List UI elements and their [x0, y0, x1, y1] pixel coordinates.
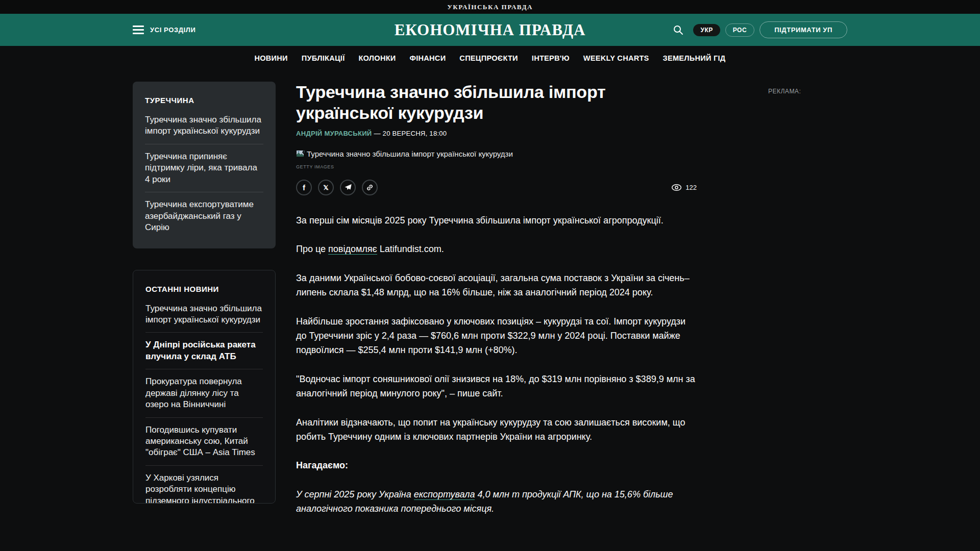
- nav-item-1[interactable]: ПУБЛІКАЦІЇ: [302, 54, 345, 62]
- share-row: f 𝕏: [296, 180, 697, 195]
- image-alt-text: Туреччина значно збільшила імпорт україн…: [307, 149, 513, 158]
- article-paragraph: "Водночас імпорт соняшникової олії знизи…: [296, 372, 697, 401]
- article-title: Туреччина значно збільшила імпорт україн…: [296, 82, 653, 123]
- latest-news-title: ОСТАННІ НОВИНИ: [145, 285, 263, 293]
- search-icon[interactable]: [672, 23, 685, 37]
- eye-icon: [671, 184, 682, 191]
- paragraph-text: "Водночас імпорт соняшникової олії знизи…: [296, 374, 695, 398]
- up-logo[interactable]: УКРАЇНСЬКА ПРАВДА: [447, 3, 533, 11]
- article-image-broken: Туреччина значно збільшила імпорт україн…: [296, 149, 697, 158]
- facebook-share-button[interactable]: f: [296, 180, 312, 195]
- nav-item-7[interactable]: ЗЕМЕЛЬНИЙ ГІД: [663, 54, 726, 62]
- latest-news-card: ОСТАННІ НОВИНИ Туреччина значно збільшил…: [133, 270, 276, 504]
- nav-item-3[interactable]: ФІНАНСИ: [410, 54, 446, 62]
- sidebar-news-link[interactable]: У Дніпрі російська ракета влучила у скла…: [145, 332, 263, 369]
- paragraph-text: За перші сім місяців 2025 року Туреччина…: [296, 215, 664, 226]
- support-up-button[interactable]: ПІДТРИМАТИ УП: [760, 21, 847, 38]
- lang-toggle-ukr[interactable]: УКР: [693, 24, 720, 36]
- byline: АНДРІЙ МУРАВСЬКИЙ — 20 ВЕРЕСНЯ, 18:00: [296, 130, 697, 137]
- hamburger-menu-icon[interactable]: [133, 23, 144, 36]
- article-body: За перші сім місяців 2025 року Туреччина…: [296, 214, 697, 516]
- nav-item-4[interactable]: СПЕЦПРОЄКТИ: [459, 54, 518, 62]
- left-sidebar: ТУРЕЧЧИНА Туреччина значно збільшила імп…: [133, 82, 276, 531]
- paragraph-text: Latifundist.com.: [377, 244, 444, 254]
- paragraph-text: За даними Української бобово-соєвої асоц…: [296, 273, 690, 297]
- article-paragraph: Нагадаємо:: [296, 459, 697, 473]
- publish-date-text: — 20 ВЕРЕСНЯ, 18:00: [374, 130, 447, 137]
- sidebar-news-link[interactable]: Туреччина значно збільшила імпорт україн…: [145, 296, 263, 333]
- ad-label: РЕКЛАМА:: [768, 88, 801, 95]
- sidebar-news-link[interactable]: Погодившись купувати американську сою, К…: [145, 417, 263, 465]
- article-paragraph: Про це повідомляє Latifundist.com.: [296, 242, 697, 257]
- sidebar-news-link[interactable]: У Харкові узялися розробляти концепцію п…: [145, 465, 263, 504]
- paragraph-text: Найбільше зростання зафіксовано у ключов…: [296, 316, 685, 355]
- right-column: РЕКЛАМА:: [768, 82, 801, 531]
- author-link[interactable]: АНДРІЙ МУРАВСЬКИЙ: [296, 130, 372, 137]
- nav-item-0[interactable]: НОВИНИ: [254, 54, 287, 62]
- article-paragraph: За даними Української бобово-соєвої асоц…: [296, 271, 697, 300]
- article-paragraph: Найбільше зростання зафіксовано у ключов…: [296, 315, 697, 358]
- nav-item-6[interactable]: WEEKLY CHARTS: [583, 54, 649, 62]
- paragraph-text: У серпні 2025 року Україна: [296, 489, 414, 499]
- article-paragraph: Аналітики відзначають, що попит на украї…: [296, 416, 697, 444]
- article-paragraph: За перші сім місяців 2025 року Туреччина…: [296, 214, 697, 228]
- sidebar-news-link[interactable]: Туреччина припиняє підтримку ліри, яка т…: [145, 144, 263, 192]
- lang-toggle-ros[interactable]: РОС: [725, 23, 754, 37]
- topic-card-turechchyna: ТУРЕЧЧИНА Туреччина значно збільшила імп…: [133, 82, 276, 248]
- ekonomichna-pravda-logo[interactable]: ЕКОНОМІЧНА ПРАВДА: [395, 21, 586, 39]
- image-credit: GETTY IMAGES: [296, 164, 697, 169]
- paragraph-text: Нагадаємо:: [296, 460, 348, 470]
- x-share-button[interactable]: 𝕏: [318, 180, 334, 195]
- nav-item-2[interactable]: КОЛОНКИ: [358, 54, 396, 62]
- site-header: УСІ РОЗДІЛИ ЕКОНОМІЧНА ПРАВДА УКР РОС ПІ…: [0, 14, 980, 46]
- views-counter: 122: [671, 184, 697, 191]
- sidebar-news-link[interactable]: Туреччина значно збільшила імпорт україн…: [145, 108, 263, 144]
- sidebar-news-link[interactable]: Прокуратура повернула державі ділянку лі…: [145, 369, 263, 417]
- all-sections-button[interactable]: УСІ РОЗДІЛИ: [150, 26, 195, 34]
- views-count: 122: [685, 184, 697, 191]
- topbar: УКРАЇНСЬКА ПРАВДА: [0, 0, 980, 14]
- article-paragraph: У серпні 2025 року Україна експортувала …: [296, 488, 697, 516]
- paragraph-text: Про це: [296, 244, 328, 254]
- inline-link[interactable]: експортувала: [414, 489, 475, 500]
- inline-link[interactable]: повідомляє: [328, 244, 377, 255]
- copy-link-button[interactable]: [362, 180, 378, 195]
- sidebar-news-link[interactable]: Туреччина експортуватиме азербайджанськи…: [145, 192, 263, 240]
- telegram-share-button[interactable]: [340, 180, 356, 195]
- nav-item-5[interactable]: ІНТЕРВ'Ю: [532, 54, 570, 62]
- broken-image-icon: [296, 149, 305, 158]
- topic-card-title: ТУРЕЧЧИНА: [145, 96, 263, 105]
- main-nav: НОВИНИПУБЛІКАЦІЇКОЛОНКИФІНАНСИСПЕЦПРОЄКТ…: [0, 46, 980, 70]
- article: Туреччина значно збільшила імпорт україн…: [296, 82, 697, 531]
- paragraph-text: Аналітики відзначають, що попит на украї…: [296, 417, 685, 442]
